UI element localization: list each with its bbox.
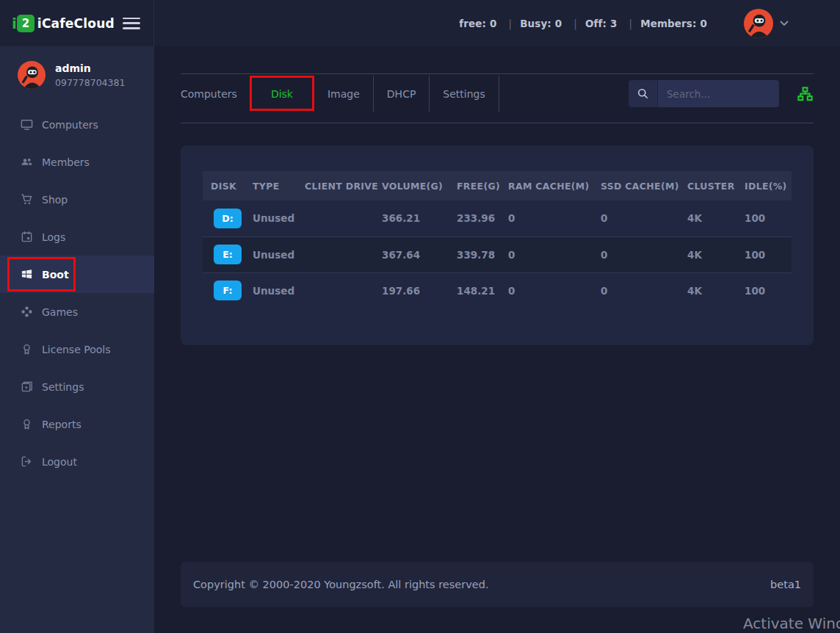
user-name: admin [55, 62, 125, 75]
members-icon [21, 156, 33, 168]
chevron-down-icon[interactable] [780, 21, 789, 26]
status-counters: free: 0 Busy: 0 Off: 3 Members: 0 [459, 18, 707, 29]
sidebar-menu: Computers Members Shop Logs Boot Games L… [0, 106, 154, 480]
sidebar-item-label: License Pools [42, 344, 111, 355]
cell-client-drive [297, 236, 374, 272]
sidebar-item-label: Reports [42, 419, 82, 430]
column-header: CLIENT DRIVE [297, 171, 374, 200]
tab-disk[interactable]: Disk [250, 76, 314, 112]
sidebar-item-license-pools[interactable]: License Pools [0, 330, 154, 368]
table-header-row: DISKTYPECLIENT DRIVEVOLUME(G)FREE(G)RAM … [203, 171, 792, 200]
tab-image[interactable]: Image [314, 76, 373, 112]
cell-free: 148.21 [449, 272, 500, 308]
cell-type: Unused [245, 236, 297, 272]
footer: Copyright © 2000-2020 Youngzsoft. All ri… [181, 562, 814, 607]
tab-label: DHCP [387, 88, 416, 100]
table-row[interactable]: E: Unused 367.64 339.78 0 0 4K 100 [203, 236, 792, 272]
tab-label: Image [327, 88, 360, 100]
sidebar-item-label: Members [42, 156, 90, 168]
tab-dhcp[interactable]: DHCP [373, 76, 430, 112]
sidebar-item-boot[interactable]: Boot [0, 256, 154, 293]
sidebar-item-label: Games [42, 306, 78, 318]
column-header: CLUSTER [679, 171, 736, 200]
tab-settings[interactable]: Settings [429, 76, 499, 112]
search-icon [629, 80, 658, 107]
status-stat-value: 0 [700, 18, 708, 29]
sidebar-item-label: Boot [42, 269, 69, 281]
sidebar-item-members[interactable]: Members [0, 143, 154, 181]
sidebar-item-logs[interactable]: Logs [0, 218, 154, 256]
status-stat-value: 0 [555, 18, 562, 29]
column-header: RAM CACHE(M) [500, 171, 593, 200]
gamepad-icon [21, 305, 33, 318]
calendar-icon [21, 231, 33, 243]
brand-area: i 2 iCafeCloud [0, 0, 154, 46]
cell-ram-cache: 0 [500, 272, 593, 308]
disk-badge: F: [214, 281, 242, 300]
cell-ssd-cache: 0 [593, 236, 679, 272]
cell-idle: 100 [736, 272, 792, 308]
search-input[interactable] [658, 80, 779, 107]
tab-label: Disk [271, 88, 293, 100]
monitor-icon [21, 118, 33, 131]
user-avatar[interactable] [744, 9, 773, 38]
sidebar-item-games[interactable]: Games [0, 293, 154, 330]
admin-avatar [18, 61, 46, 89]
reports-icon [21, 418, 33, 430]
sidebar-item-computers[interactable]: Computers [0, 106, 154, 143]
network-tree-icon[interactable] [797, 87, 813, 101]
disk-table: DISKTYPECLIENT DRIVEVOLUME(G)FREE(G)RAM … [203, 171, 792, 308]
status-stat: Busy: 0 [520, 18, 585, 29]
admin-profile: admin 097778704381 [18, 61, 125, 89]
disk-table-card: DISKTYPECLIENT DRIVEVOLUME(G)FREE(G)RAM … [181, 145, 814, 345]
status-stat: free: 0 [459, 18, 520, 29]
cell-disk: D: [203, 200, 245, 236]
copyright-text: Copyright © 2000-2020 Youngzsoft. All ri… [193, 579, 489, 590]
header-right: free: 0 Busy: 0 Off: 3 Members: 0 [459, 9, 840, 38]
column-header: DISK [203, 171, 245, 200]
column-header: IDLE(%) [736, 171, 792, 200]
brand-name: iCafeCloud [37, 16, 115, 31]
brand-logo-mark: 2 [17, 15, 35, 32]
status-stat: Members: 0 [640, 18, 707, 29]
cell-idle: 100 [736, 200, 792, 236]
version-badge: beta1 [770, 579, 801, 590]
sidebar-item-label: Logout [42, 456, 77, 468]
table-row[interactable]: F: Unused 197.66 148.21 0 0 4K 100 [203, 272, 792, 308]
tabs: Computers Disk Image DHCP Settings [181, 76, 499, 112]
sidebar-item-shop[interactable]: Shop [0, 181, 154, 218]
cell-cluster: 4K [679, 200, 736, 236]
cell-free: 339.78 [449, 236, 500, 272]
logout-icon [21, 455, 33, 468]
disk-badge: E: [214, 245, 242, 264]
status-stat-label: Off: [585, 18, 607, 29]
menu-icon[interactable] [123, 18, 140, 29]
cell-volume: 366.21 [374, 200, 449, 236]
sidebar-item-reports[interactable]: Reports [0, 405, 154, 443]
status-stat-value: 0 [490, 18, 497, 29]
sidebar: admin 097778704381 Computers Members Sho… [0, 46, 154, 633]
cell-type: Unused [245, 200, 297, 236]
tab-label: Computers [181, 88, 237, 100]
sidebar-item-logout[interactable]: Logout [0, 443, 154, 480]
cell-volume: 197.66 [374, 272, 449, 308]
cell-client-drive [297, 200, 374, 236]
brand-logo: i 2 iCafeCloud [12, 15, 115, 32]
column-header: TYPE [245, 171, 297, 200]
table-row[interactable]: D: Unused 366.21 233.96 0 0 4K 100 [203, 200, 792, 236]
status-stat-value: 3 [610, 18, 618, 29]
tab-computers[interactable]: Computers [181, 76, 250, 112]
status-stat-label: free: [459, 18, 486, 29]
cell-idle: 100 [736, 236, 792, 272]
cell-cluster: 4K [679, 272, 736, 308]
cell-type: Unused [245, 272, 297, 308]
sidebar-item-label: Shop [42, 194, 68, 206]
column-header: SSD CACHE(M) [593, 171, 679, 200]
license-icon [21, 343, 33, 355]
status-stat-label: Busy: [520, 18, 551, 29]
windows-icon [21, 268, 33, 281]
sidebar-item-label: Settings [42, 381, 84, 393]
cell-ssd-cache: 0 [593, 272, 679, 308]
cell-cluster: 4K [679, 236, 736, 272]
sidebar-item-settings[interactable]: Settings [0, 368, 154, 405]
